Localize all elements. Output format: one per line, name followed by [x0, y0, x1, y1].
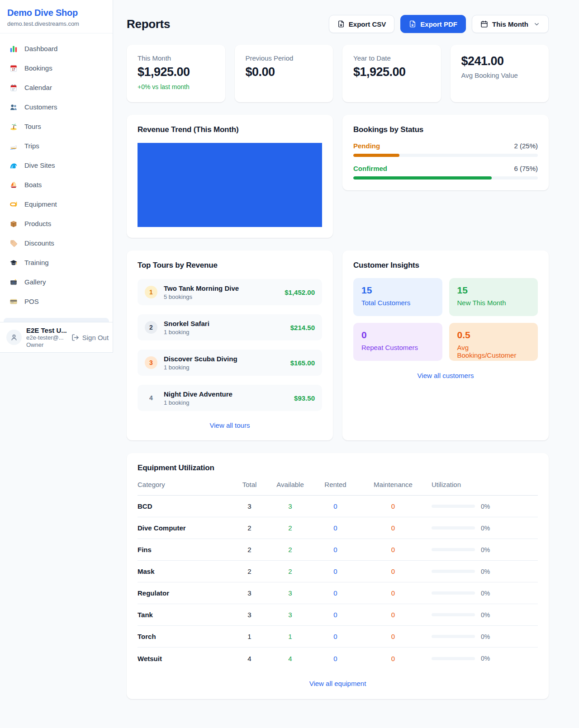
equipment-mask-icon: [9, 200, 18, 209]
tour-row: 3 Discover Scuba Diving 1 booking $165.0…: [138, 350, 322, 376]
sidebar-item-products[interactable]: Products: [4, 214, 109, 233]
equipment-available: 1: [271, 633, 309, 640]
rank-badge: 1: [145, 286, 157, 298]
sidebar-item-pos[interactable]: POS: [4, 292, 109, 311]
customer-insights-panel: Customer Insights 15 Total Customers 15 …: [342, 251, 549, 440]
equipment-available: 4: [271, 655, 309, 662]
sidebar-item-dashboard[interactable]: Dashboard: [4, 39, 109, 58]
progress-track: [353, 176, 538, 180]
equipment-maintenance: 0: [361, 567, 425, 575]
sidebar-item-label: Dive Sites: [24, 161, 55, 169]
tour-name: Discover Scuba Diving: [164, 355, 237, 363]
utilization-percent: 0%: [481, 546, 490, 553]
export-csv-button[interactable]: Export CSV: [329, 15, 395, 33]
tour-name: Snorkel Safari: [164, 320, 209, 327]
user-info: E2E Test U... e2e-tester@... Owner: [26, 326, 67, 349]
export-pdf-button[interactable]: Export PDF: [400, 15, 466, 33]
customers-icon: [9, 103, 18, 112]
equipment-total: 3: [228, 502, 271, 510]
rank-badge: 3: [145, 356, 157, 369]
sidebar-item-tours[interactable]: Tours: [4, 117, 109, 136]
stat-value: $0.00: [246, 65, 323, 79]
equipment-available: 2: [271, 524, 309, 532]
equipment-available: 3: [271, 589, 309, 597]
chevron-down-icon: [533, 21, 540, 28]
table-row: Torch 1 1 0 0 0%: [138, 626, 538, 648]
rank-badge: 2: [145, 321, 157, 334]
equipment-maintenance: 0: [361, 589, 425, 597]
tile-label: New This Month: [457, 299, 530, 307]
user-name: E2E Test U...: [26, 326, 67, 334]
table-row: Regulator 3 3 0 0 0%: [138, 582, 538, 604]
utilization-bar: [432, 548, 475, 551]
sidebar-item-label: Tours: [24, 123, 41, 130]
utilization-percent: 0%: [481, 525, 490, 532]
insight-tile-new-this-month: 15 New This Month: [449, 278, 538, 316]
utilization-percent: 0%: [481, 568, 490, 575]
sidebar-item-label: Boats: [24, 181, 42, 189]
equipment-category: Dive Computer: [138, 524, 228, 532]
sidebar-item-boats[interactable]: Boats: [4, 175, 109, 194]
equipment-rented: 0: [309, 589, 361, 597]
sidebar-header: Demo Dive Shop demo.test.divestreams.com: [0, 0, 113, 33]
tile-value: 0: [361, 330, 434, 340]
view-all-customers-link[interactable]: View all customers: [353, 372, 538, 379]
tour-name: Night Dive Adventure: [164, 390, 233, 398]
progress-fill: [353, 154, 399, 157]
utilization-percent: 0%: [481, 611, 490, 619]
status-count: 2 (25%): [514, 142, 538, 150]
sign-out-button[interactable]: Sign Out: [71, 334, 109, 341]
column-header: Category: [138, 481, 228, 488]
shop-domain: demo.test.divestreams.com: [7, 20, 105, 27]
tours-island-icon: [9, 122, 18, 131]
svg-text:17: 17: [12, 68, 15, 71]
sidebar-item-customers[interactable]: Customers: [4, 97, 109, 117]
panel-title: Equipment Utilization: [138, 463, 538, 473]
table-row: Dive Computer 2 2 0 0 0%: [138, 517, 538, 539]
sidebar-item-training[interactable]: Training: [4, 253, 109, 272]
page-title: Reports: [127, 17, 170, 31]
sidebar-item-discounts[interactable]: Discounts: [4, 233, 109, 253]
gallery-camera-icon: [9, 278, 18, 287]
sidebar-item-trips[interactable]: Trips: [4, 136, 109, 156]
utilization-percent: 0%: [481, 590, 490, 597]
user-icon: [10, 333, 18, 341]
sidebar-item-gallery[interactable]: Gallery: [4, 272, 109, 292]
equipment-maintenance: 0: [361, 611, 425, 619]
equipment-maintenance: 0: [361, 633, 425, 640]
view-all-equipment-link[interactable]: View all equipment: [138, 680, 538, 687]
table-row: Fins 2 2 0 0 0%: [138, 539, 538, 561]
equipment-table-header: Category Total Available Rented Maintena…: [138, 474, 538, 496]
sign-out-label: Sign Out: [82, 334, 109, 341]
status-label: Pending: [353, 142, 380, 150]
sidebar-item-reports-partial[interactable]: [4, 318, 109, 322]
tour-bookings: 1 booking: [164, 399, 233, 406]
equipment-category: Tank: [138, 611, 228, 619]
utilization-bar: [432, 505, 475, 508]
view-all-tours-link[interactable]: View all tours: [138, 421, 322, 429]
sidebar-item-dive-sites[interactable]: Dive Sites: [4, 156, 109, 175]
sidebar-item-equipment[interactable]: Equipment: [4, 194, 109, 214]
utilization-percent: 0%: [481, 503, 490, 510]
sidebar-item-label: Trips: [24, 142, 39, 150]
stat-delta: +0% vs last month: [138, 83, 214, 90]
bookings-by-status-panel: Bookings by Status Pending 2 (25%) Confi…: [342, 115, 549, 190]
sidebar-item-calendar[interactable]: Calendar: [4, 78, 109, 97]
table-row: Wetsuit 4 4 0 0 0%: [138, 648, 538, 669]
panel-title: Customer Insights: [353, 261, 538, 270]
sidebar-item-bookings[interactable]: 17 Bookings: [4, 58, 109, 78]
tile-value: 15: [361, 285, 434, 296]
file-down-icon: [409, 20, 416, 28]
sidebar-item-label: Training: [24, 259, 49, 266]
tile-label: Total Customers: [361, 299, 434, 307]
table-row: Mask 2 2 0 0 0%: [138, 561, 538, 582]
equipment-maintenance: 0: [361, 546, 425, 553]
status-row-confirmed: Confirmed 6 (75%): [353, 165, 538, 180]
equipment-rented: 0: [309, 655, 361, 662]
sidebar-item-label: Products: [24, 220, 51, 227]
sidebar-item-label: Bookings: [24, 64, 52, 72]
tile-value: 15: [457, 285, 530, 296]
shop-name[interactable]: Demo Dive Shop: [7, 8, 105, 18]
period-dropdown[interactable]: This Month: [472, 15, 549, 33]
equipment-maintenance: 0: [361, 502, 425, 510]
